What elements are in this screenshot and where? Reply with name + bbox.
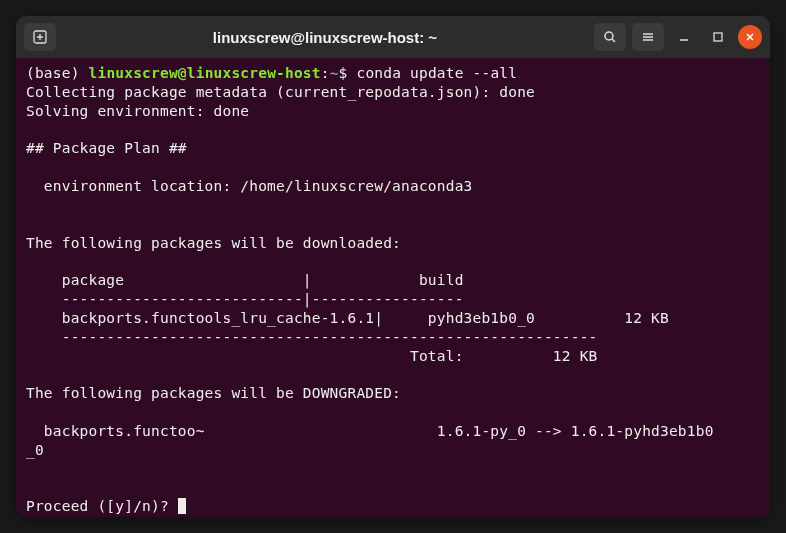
terminal-content[interactable]: (base) linuxscrew@linuxscrew-host:~$ con… bbox=[16, 58, 770, 517]
output-line: Total: 12 KB bbox=[26, 348, 598, 364]
output-line: ---------------------------|------------… bbox=[26, 291, 464, 307]
output-line: package | build bbox=[26, 272, 464, 288]
terminal-window: linuxscrew@linuxscrew-host: ~ bbox=[16, 16, 770, 517]
output-line: _0 bbox=[26, 442, 44, 458]
new-tab-button[interactable] bbox=[24, 23, 56, 51]
close-icon bbox=[745, 32, 755, 42]
titlebar-left-controls bbox=[24, 23, 56, 51]
minimize-icon bbox=[678, 31, 690, 43]
output-line: Collecting package metadata (current_rep… bbox=[26, 84, 535, 100]
window-title: linuxscrew@linuxscrew-host: ~ bbox=[62, 29, 588, 46]
output-line: The following packages will be DOWNGRADE… bbox=[26, 385, 401, 401]
maximize-button[interactable] bbox=[704, 23, 732, 51]
output-line: Solving environment: done bbox=[26, 103, 249, 119]
menu-button[interactable] bbox=[632, 23, 664, 51]
titlebar-right-controls bbox=[594, 23, 762, 51]
maximize-icon bbox=[712, 31, 724, 43]
svg-line-4 bbox=[612, 39, 615, 42]
search-icon bbox=[603, 30, 617, 44]
prompt-user: linuxscrew bbox=[89, 65, 178, 81]
output-line: environment location: /home/linuxscrew/a… bbox=[26, 178, 473, 194]
output-line: backports.functoo~ 1.6.1-py_0 --> 1.6.1-… bbox=[26, 423, 714, 439]
svg-rect-9 bbox=[714, 33, 722, 41]
new-tab-icon bbox=[33, 30, 47, 44]
prompt-colon: : bbox=[321, 65, 330, 81]
prompt-host: linuxscrew-host bbox=[187, 65, 321, 81]
prompt-path: ~ bbox=[330, 65, 339, 81]
output-line: ----------------------------------------… bbox=[26, 329, 598, 345]
prompt-at: @ bbox=[178, 65, 187, 81]
close-button[interactable] bbox=[738, 25, 762, 49]
command-text: conda update --all bbox=[356, 65, 517, 81]
output-line: backports.functools_lru_cache-1.6.1| pyh… bbox=[26, 310, 669, 326]
prompt-env: (base) bbox=[26, 65, 89, 81]
search-button[interactable] bbox=[594, 23, 626, 51]
hamburger-icon bbox=[641, 30, 655, 44]
cursor bbox=[178, 498, 186, 514]
proceed-prompt: Proceed ([y]/n)? bbox=[26, 498, 178, 514]
output-line: ## Package Plan ## bbox=[26, 140, 187, 156]
prompt-dollar: $ bbox=[339, 65, 357, 81]
svg-point-3 bbox=[605, 32, 613, 40]
output-line: The following packages will be downloade… bbox=[26, 235, 401, 251]
minimize-button[interactable] bbox=[670, 23, 698, 51]
titlebar: linuxscrew@linuxscrew-host: ~ bbox=[16, 16, 770, 58]
